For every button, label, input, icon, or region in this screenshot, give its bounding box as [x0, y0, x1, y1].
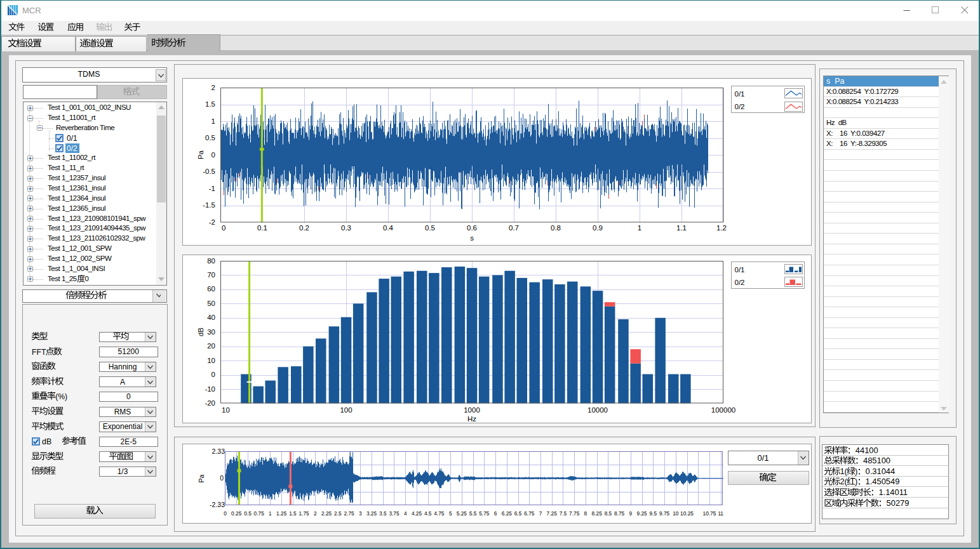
svg-text:3: 3 [358, 510, 361, 517]
svg-text:0.7: 0.7 [509, 224, 519, 232]
svg-text:-1: -1 [208, 184, 215, 192]
svg-text:1(: 1( [840, 466, 847, 476]
svg-text:0.8: 0.8 [551, 224, 561, 232]
svg-text:60: 60 [207, 285, 215, 293]
svg-text:-1.5: -1.5 [203, 201, 215, 209]
svg-text:8.75: 8.75 [614, 510, 625, 517]
svg-text:1: 1 [211, 117, 215, 124]
svg-text:30: 30 [207, 327, 215, 335]
svg-text:1.25: 1.25 [276, 510, 287, 517]
svg-text:2: 2 [211, 83, 215, 91]
svg-text:1.75: 1.75 [299, 510, 309, 517]
svg-text:4.25: 4.25 [411, 510, 422, 517]
svg-text:485100: 485100 [863, 456, 890, 465]
svg-text:0: 0 [222, 224, 225, 232]
svg-text:10.25: 10.25 [680, 510, 694, 517]
svg-text:2(: 2( [840, 477, 847, 487]
svg-text:2.5: 2.5 [334, 510, 342, 517]
svg-text:0.1: 0.1 [257, 224, 267, 232]
svg-text:8.5: 8.5 [604, 510, 612, 517]
svg-text:10: 10 [222, 406, 230, 413]
svg-text:1: 1 [637, 224, 641, 232]
svg-text:1.450549: 1.450549 [866, 477, 900, 487]
svg-text:-10: -10 [205, 385, 215, 392]
svg-text:5.25: 5.25 [456, 510, 467, 517]
svg-text:3.5: 3.5 [379, 510, 387, 517]
svg-text:FFT: FFT [32, 347, 46, 356]
svg-text:-2: -2 [208, 218, 215, 226]
svg-text:100000: 100000 [711, 406, 735, 413]
svg-text:0: 0 [220, 474, 224, 482]
svg-text:100: 100 [340, 406, 352, 413]
svg-text:11: 11 [718, 510, 723, 517]
svg-text:0.9: 0.9 [593, 224, 603, 232]
svg-text:Pa: Pa [197, 150, 205, 159]
svg-text:1.1: 1.1 [676, 224, 687, 232]
svg-text:1: 1 [269, 510, 272, 517]
svg-text:0.2: 0.2 [299, 224, 309, 232]
svg-text:7.75: 7.75 [569, 510, 580, 517]
svg-text:50279: 50279 [887, 498, 910, 508]
svg-text:): ) [855, 466, 857, 476]
svg-text:): ) [855, 477, 857, 487]
svg-text:1.5: 1.5 [205, 100, 215, 108]
svg-text:10000: 10000 [587, 406, 608, 413]
svg-text:3.25: 3.25 [366, 510, 377, 517]
svg-text:5.75: 5.75 [479, 510, 490, 517]
svg-text:3.75: 3.75 [389, 510, 399, 517]
svg-text:4: 4 [403, 510, 406, 517]
svg-text:40: 40 [207, 314, 215, 321]
svg-text:0: 0 [224, 510, 227, 517]
svg-text:5.5: 5.5 [469, 510, 476, 517]
svg-text:10: 10 [207, 356, 215, 364]
svg-text:4.5: 4.5 [424, 510, 431, 517]
svg-text:44100: 44100 [856, 446, 878, 455]
svg-text:Pa: Pa [198, 474, 205, 482]
svg-text:0.4: 0.4 [383, 224, 394, 232]
svg-text:(%): (%) [55, 392, 67, 401]
svg-text:20: 20 [207, 342, 215, 350]
svg-text:80: 80 [207, 256, 215, 264]
svg-text:8.25: 8.25 [591, 510, 602, 517]
svg-text:-0.5: -0.5 [203, 168, 215, 175]
svg-text:-20: -20 [205, 399, 215, 407]
svg-text:7.5: 7.5 [559, 510, 567, 517]
svg-text:0.5: 0.5 [205, 134, 215, 142]
svg-text:10.75: 10.75 [702, 510, 716, 517]
svg-text:2: 2 [314, 510, 317, 517]
svg-text:8: 8 [584, 510, 587, 517]
svg-text:6.75: 6.75 [524, 510, 535, 517]
svg-text:9.75: 9.75 [659, 510, 670, 517]
svg-text:6.5: 6.5 [514, 510, 521, 517]
svg-text:5: 5 [448, 510, 452, 517]
svg-text:7.25: 7.25 [546, 510, 557, 517]
svg-text:0.5: 0.5 [425, 224, 435, 232]
svg-text:0.5: 0.5 [244, 510, 252, 517]
svg-text:2.25: 2.25 [321, 510, 332, 517]
svg-text:Hz: Hz [467, 414, 476, 422]
svg-text:10: 10 [673, 510, 679, 517]
svg-text:0.31044: 0.31044 [866, 466, 896, 476]
svg-text:0.6: 0.6 [467, 224, 477, 232]
svg-text:0.75: 0.75 [253, 510, 264, 517]
svg-text:1.2: 1.2 [716, 224, 727, 232]
svg-text:6: 6 [493, 510, 497, 517]
svg-text:-2.33: -2.33 [210, 501, 225, 508]
svg-text:1000: 1000 [464, 406, 480, 413]
svg-text:9.25: 9.25 [636, 510, 647, 517]
svg-text:70: 70 [207, 271, 215, 279]
svg-text:1.5: 1.5 [289, 510, 297, 517]
svg-text:0.3: 0.3 [341, 224, 351, 232]
svg-text:9: 9 [629, 510, 632, 517]
svg-text:dB: dB [197, 327, 205, 336]
svg-text:2.75: 2.75 [344, 510, 354, 517]
svg-text:4.75: 4.75 [434, 510, 445, 517]
svg-text:2.33: 2.33 [211, 447, 225, 455]
svg-text:7: 7 [539, 510, 542, 517]
svg-text:s: s [470, 234, 474, 241]
svg-text:1.14011: 1.14011 [878, 487, 908, 497]
svg-text:50: 50 [207, 299, 215, 307]
svg-text:0: 0 [211, 371, 215, 378]
svg-text:9.5: 9.5 [649, 510, 657, 517]
svg-text:6.25: 6.25 [501, 510, 512, 517]
